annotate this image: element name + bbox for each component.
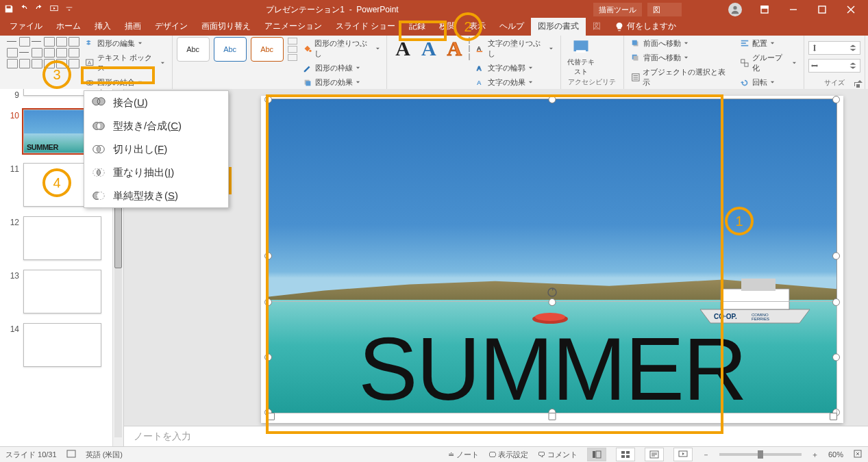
svg-rect-43 xyxy=(593,451,595,458)
crop-handle[interactable] xyxy=(267,413,275,420)
tab-review[interactable]: 校閲 xyxy=(432,18,462,36)
shape-styles-more[interactable] xyxy=(288,37,297,62)
shape-effects-button[interactable]: 図形の効果 xyxy=(300,76,383,89)
merge-shapes-button[interactable]: 図形の結合 xyxy=(82,76,168,89)
view-slideshow-button[interactable] xyxy=(673,448,693,461)
slide-area: CO·OP.COMINOFERRIES SUMMER xyxy=(124,89,868,447)
svg-point-12 xyxy=(309,50,311,52)
tab-insert[interactable]: 挿入 xyxy=(88,18,118,36)
text-effects-button[interactable]: A 文字の効果 xyxy=(473,76,556,89)
lightbulb-icon xyxy=(615,22,624,31)
collapse-ribbon-icon[interactable] xyxy=(856,77,864,88)
menu-intersect[interactable]: 重なり抽出(I) xyxy=(84,161,228,184)
shape-width-input[interactable] xyxy=(808,59,860,73)
tab-slideshow[interactable]: スライド ショー xyxy=(329,18,402,36)
tab-picture-format[interactable]: 図 xyxy=(586,18,608,36)
ribbon-display-icon[interactable] xyxy=(752,2,778,17)
wordart-preset[interactable]: A xyxy=(417,37,441,60)
wordart-gallery[interactable]: A A A xyxy=(391,37,470,60)
menu-fragment[interactable]: 切り出し(F) xyxy=(84,138,228,161)
wordart-preset[interactable]: A xyxy=(443,37,467,60)
undo-icon[interactable] xyxy=(19,4,29,16)
svg-rect-16 xyxy=(477,51,482,52)
tab-file[interactable]: ファイル xyxy=(3,18,49,36)
width-icon xyxy=(810,62,819,70)
status-spellcheck-icon[interactable] xyxy=(66,449,76,460)
text-box-button[interactable]: A テキスト ボックス xyxy=(82,51,168,75)
zoom-slider[interactable] xyxy=(719,453,802,456)
shape-style-preset[interactable]: Abc xyxy=(177,37,210,62)
tab-design[interactable]: デザイン xyxy=(148,18,195,36)
send-backward-button[interactable]: 背面へ移動 xyxy=(628,51,735,64)
status-language[interactable]: 英語 (米国) xyxy=(86,450,123,460)
tab-view[interactable]: 表示 xyxy=(462,18,493,36)
shape-height-input[interactable] xyxy=(808,41,860,55)
shape-style-preset[interactable]: Abc xyxy=(214,37,247,62)
minimize-button[interactable] xyxy=(780,2,806,17)
crop-handle[interactable] xyxy=(549,413,556,420)
view-normal-button[interactable] xyxy=(587,448,606,461)
wordart-more[interactable] xyxy=(469,37,470,60)
slide-thumbnail[interactable] xyxy=(23,270,101,313)
tab-shape-format[interactable]: 図形の書式 xyxy=(531,18,586,36)
shapes-gallery[interactable] xyxy=(7,37,79,68)
shape-style-preset[interactable]: Abc xyxy=(251,37,284,62)
fit-to-window-button[interactable] xyxy=(853,449,863,460)
svg-rect-42 xyxy=(67,450,75,457)
zoom-out-button[interactable]: － xyxy=(702,450,710,460)
effects-icon xyxy=(303,78,312,88)
tab-record[interactable]: 記録 xyxy=(402,18,432,36)
tell-me-search[interactable]: 何をしますか xyxy=(608,18,683,36)
tab-home[interactable]: ホーム xyxy=(49,18,88,36)
tab-draw[interactable]: 描画 xyxy=(118,18,148,36)
text-outline-button[interactable]: A 文字の輪郭 xyxy=(473,62,556,75)
rotate-button[interactable]: 回転 xyxy=(737,76,799,89)
crop-handle[interactable] xyxy=(830,413,837,420)
notes-pane[interactable]: ノートを入力 xyxy=(124,426,868,447)
svg-rect-5 xyxy=(819,6,826,13)
slide-thumbnail[interactable] xyxy=(23,216,101,260)
ribbon: 図形の編集 A テキスト ボックス 図形の結合 図形の挿入 Abc xyxy=(0,36,868,90)
wordart-preset[interactable]: A xyxy=(391,37,414,60)
save-icon[interactable] xyxy=(4,4,14,16)
svg-point-1 xyxy=(733,6,736,10)
qat-more-icon[interactable] xyxy=(64,4,74,16)
slide-thumbnail[interactable] xyxy=(23,323,101,367)
tab-help[interactable]: ヘルプ xyxy=(493,18,531,36)
account-avatar[interactable] xyxy=(728,3,742,16)
title-bar: プレゼンテーション1 - PowerPoint 描画ツール 図 xyxy=(0,0,868,19)
combine-icon xyxy=(91,118,106,133)
bring-forward-button[interactable]: 前面へ移動 xyxy=(628,37,735,50)
group-button[interactable]: グループ化 xyxy=(737,51,799,75)
maximize-button[interactable] xyxy=(809,2,835,17)
spinner-icon[interactable] xyxy=(849,62,857,70)
tab-transitions[interactable]: 画面切り替え xyxy=(195,18,258,36)
menu-union[interactable]: 接合(U) xyxy=(84,91,228,114)
menu-subtract[interactable]: 単純型抜き(S) xyxy=(84,184,228,207)
shape-fill-button[interactable]: 図形の塗りつぶし xyxy=(300,37,383,60)
spinner-icon[interactable] xyxy=(849,44,857,52)
zoom-in-button[interactable]: ＋ xyxy=(811,450,819,460)
view-sorter-button[interactable] xyxy=(616,448,635,461)
merge-shapes-menu: 接合(U) 型抜き/合成(C) 切り出し(F) 重なり抽出(I) 単純型抜き(S… xyxy=(84,90,229,208)
alt-text-button[interactable]: 代替テキスト xyxy=(565,37,597,77)
shape-styles-gallery[interactable]: Abc Abc Abc xyxy=(177,37,297,62)
align-button[interactable]: 配置 xyxy=(737,37,799,50)
zoom-level[interactable]: 60% xyxy=(828,450,843,459)
slide-canvas[interactable]: CO·OP.COMINOFERRIES SUMMER xyxy=(124,89,868,426)
start-slideshow-icon[interactable] xyxy=(49,4,59,16)
shape-outline-button[interactable]: 図形の枠線 xyxy=(300,62,383,75)
context-tab-drawing-tools: 描画ツール xyxy=(593,3,642,16)
redo-icon[interactable] xyxy=(34,4,44,16)
view-reading-button[interactable] xyxy=(645,448,664,461)
status-notes-button[interactable]: ≐ ノート xyxy=(448,450,479,460)
align-icon xyxy=(740,39,749,49)
status-display-settings[interactable]: 🖵 表示設定 xyxy=(488,450,528,460)
text-fill-button[interactable]: A 文字の塗りつぶし xyxy=(473,37,556,60)
close-button[interactable] xyxy=(838,2,864,17)
menu-combine[interactable]: 型抜き/合成(C) xyxy=(84,114,228,138)
selection-pane-button[interactable]: オブジェクトの選択と表示 xyxy=(628,66,735,89)
tab-animations[interactable]: アニメーション xyxy=(258,18,329,36)
edit-shape-button[interactable]: 図形の編集 xyxy=(82,37,168,50)
status-comments-button[interactable]: 🗨 コメント xyxy=(538,450,578,460)
